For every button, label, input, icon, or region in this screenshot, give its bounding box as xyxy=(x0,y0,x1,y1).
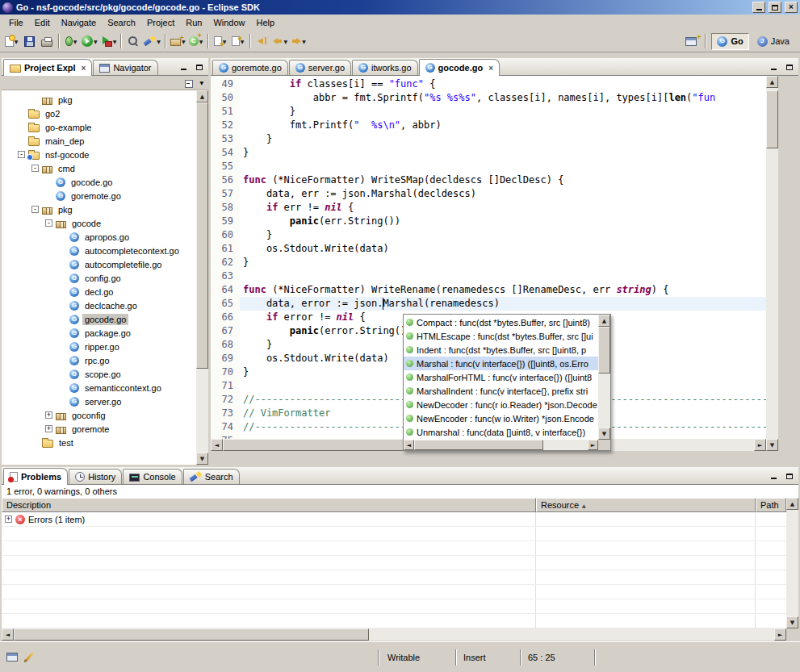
tab-itworks-go[interactable]: itworks.go xyxy=(352,60,418,75)
print-button[interactable] xyxy=(38,32,56,50)
tree-item-pkg[interactable]: -pkg xyxy=(2,202,196,216)
menu-item-search[interactable]: Search xyxy=(102,16,141,29)
minimize-editor-button[interactable] xyxy=(766,61,781,73)
external-tools-button[interactable]: ▼ xyxy=(99,32,119,50)
menu-item-run[interactable]: Run xyxy=(180,16,207,29)
search-button[interactable]: ▼ xyxy=(142,32,162,50)
tab-console[interactable]: Console xyxy=(123,469,182,484)
collapse-all-icon[interactable] xyxy=(185,78,195,88)
scroll-up-button[interactable]: ▲ xyxy=(598,315,610,327)
minimize-button[interactable] xyxy=(752,2,765,13)
tree-item-scope-go[interactable]: scope.go xyxy=(2,367,196,381)
tree-expander-minus[interactable]: - xyxy=(31,206,39,213)
code-line[interactable]: 54} xyxy=(211,146,766,160)
scroll-up-button[interactable]: ▲ xyxy=(766,76,778,88)
scroll-left-button[interactable]: ◄ xyxy=(2,628,14,641)
forward-button[interactable]: ▼ xyxy=(289,32,308,50)
problems-vertical-scrollbar[interactable]: ▲ ▼ xyxy=(786,498,798,628)
code-line[interactable]: 50 abbr = fmt.Sprintf("%s %s%s", classes… xyxy=(211,91,766,105)
tab-project-expl[interactable]: Project Expl× xyxy=(3,59,92,76)
scroll-right-button[interactable]: ► xyxy=(588,440,598,450)
tree-item-goconfig[interactable]: +goconfig xyxy=(2,408,196,422)
tree-item-package-go[interactable]: package.go xyxy=(2,326,196,340)
problems-horizontal-scrollbar[interactable]: ◄ ► xyxy=(2,628,786,641)
code-line[interactable]: 57 data, err := json.Marshal(decldescs) xyxy=(211,187,766,201)
save-button[interactable] xyxy=(20,32,38,50)
back-button[interactable]: ▼ xyxy=(271,32,290,50)
completion-item[interactable]: NewDecoder : func(r io.Reader) *json.Dec… xyxy=(404,398,598,411)
tree-expander-plus[interactable]: + xyxy=(45,411,52,419)
tree-item-nsf-gocode[interactable]: -nsf-gocode xyxy=(2,148,196,161)
run-button[interactable]: ▼ xyxy=(80,32,99,50)
completion-item[interactable]: Marshal : func(v interface{}) ([]uint8, … xyxy=(404,357,598,370)
menu-item-navigate[interactable]: Navigate xyxy=(56,16,102,29)
tree-item-autocompletecontext-go[interactable]: autocompletecontext.go xyxy=(2,244,196,257)
scroll-right-button[interactable]: ► xyxy=(774,628,786,641)
tree-expander-plus[interactable]: + xyxy=(45,425,52,432)
completion-item[interactable]: MarshalForHTML : func(v interface{}) ([]… xyxy=(404,370,598,384)
column-header-path[interactable]: Path xyxy=(756,498,786,512)
maximize-view-button[interactable] xyxy=(192,61,207,73)
open-perspective-button[interactable] xyxy=(682,32,700,50)
menu-item-edit[interactable]: Edit xyxy=(29,16,56,29)
tab-problems[interactable]: Problems xyxy=(3,468,68,485)
scroll-up-button[interactable]: ▲ xyxy=(786,498,798,510)
column-header-resource[interactable]: Resource▲ xyxy=(536,498,756,512)
scrollbar-thumb[interactable] xyxy=(223,439,425,451)
code-line[interactable]: 49 if classes[i] == "func" { xyxy=(211,77,766,91)
code-line[interactable]: 60 } xyxy=(211,228,766,242)
scroll-down-button[interactable]: ▼ xyxy=(196,453,208,465)
code-line[interactable]: 65 data, error := json.Marshal(renamedes… xyxy=(211,297,766,311)
completion-item[interactable]: HTMLEscape : func(dst *bytes.Buffer, src… xyxy=(404,329,598,343)
next-annotation-button[interactable]: ▼ xyxy=(212,32,229,50)
tree-item-gocode[interactable]: -gocode xyxy=(2,216,196,230)
minimize-view-button[interactable] xyxy=(766,470,781,482)
scroll-down-button[interactable]: ▼ xyxy=(766,439,778,451)
code-line[interactable]: 63 xyxy=(211,269,766,283)
tree-item-goremote-go[interactable]: goremote.go xyxy=(2,189,196,202)
open-type-button[interactable] xyxy=(124,32,142,50)
menu-item-help[interactable]: Help xyxy=(251,16,281,29)
editor-vertical-scrollbar[interactable]: ▲ ▼ xyxy=(766,76,778,451)
scrollbar-thumb[interactable] xyxy=(14,628,369,641)
scroll-left-button[interactable]: ◄ xyxy=(404,440,414,450)
new-wizard-button[interactable]: ▼ xyxy=(2,32,20,50)
code-line[interactable]: 62} xyxy=(211,256,766,269)
scrollbar-thumb[interactable] xyxy=(598,327,610,374)
scrollbar-thumb[interactable] xyxy=(766,90,778,148)
tree-expander-minus[interactable]: - xyxy=(18,151,25,158)
tree-item-pkg[interactable]: pkg xyxy=(2,93,196,106)
tab-server-go[interactable]: server.go xyxy=(289,60,351,75)
view-menu-icon[interactable]: ▼ xyxy=(199,80,203,86)
tree-item-ripper-go[interactable]: ripper.go xyxy=(2,340,196,353)
scrollbar-thumb[interactable] xyxy=(196,102,208,369)
code-line[interactable]: 51 } xyxy=(211,105,766,119)
tree-item-gocode-go[interactable]: gocode.go xyxy=(2,175,196,189)
code-line[interactable]: 56func (*NiceFormatter) WriteSMap(declde… xyxy=(211,173,766,187)
close-tab-icon[interactable]: × xyxy=(488,64,493,73)
tab-history[interactable]: History xyxy=(69,469,122,484)
code-line[interactable]: 58 if err != nil { xyxy=(211,201,766,215)
completion-item[interactable]: MarshalIndent : func(v interface{}, pref… xyxy=(404,384,598,398)
menu-item-project[interactable]: Project xyxy=(141,16,180,29)
tree-item-cmd[interactable]: -cmd xyxy=(2,161,196,175)
tab-navigator[interactable]: Navigator xyxy=(93,60,157,75)
code-line[interactable]: 53 } xyxy=(211,132,766,146)
tree-item-rpc-go[interactable]: rpc.go xyxy=(2,353,196,367)
tree-item-main-dep[interactable]: main_dep xyxy=(2,134,196,148)
scroll-down-button[interactable]: ▼ xyxy=(598,428,610,440)
tree-item-autocompletefile-go[interactable]: autocompletefile.go xyxy=(2,257,196,271)
minimize-view-button[interactable] xyxy=(176,61,191,73)
perspective-go[interactable]: Go xyxy=(711,33,748,50)
code-line[interactable]: 64func (*NiceFormatter) WriteRename(rena… xyxy=(211,283,766,297)
completion-item[interactable]: Indent : func(dst *bytes.Buffer, src []u… xyxy=(404,343,598,357)
tree-item-semanticcontext-go[interactable]: semanticcontext.go xyxy=(2,381,196,394)
perspective-java[interactable]: Java xyxy=(752,33,795,50)
completion-item[interactable]: Unmarshal : func(data []uint8, v interfa… xyxy=(404,425,598,439)
scroll-up-button[interactable]: ▲ xyxy=(196,90,208,102)
fast-view-icon[interactable] xyxy=(6,653,18,662)
completion-item[interactable]: NewEncoder : func(w io.Writer) *json.Enc… xyxy=(404,411,598,425)
last-edit-button[interactable] xyxy=(253,32,271,50)
tree-item-go2[interactable]: go2 xyxy=(2,106,196,120)
tree-item-test[interactable]: test xyxy=(2,436,196,449)
